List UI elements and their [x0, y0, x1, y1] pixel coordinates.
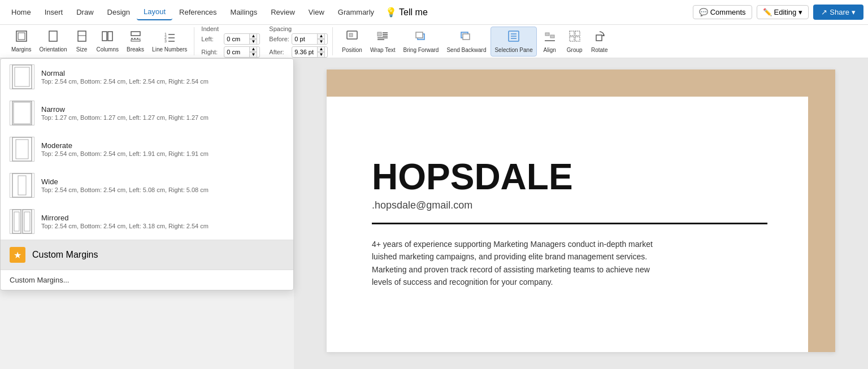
document-page: HOPSDALE .hopsdale@gmail.com 4+ years of… — [327, 70, 835, 352]
comment-icon: 💬 — [699, 8, 708, 16]
normal-margin-desc: Top: 2.54 cm, Bottom: 2.54 cm, Left: 2.5… — [41, 78, 209, 85]
after-spacing-spinners[interactable]: ▲ ▼ — [317, 46, 325, 58]
indent-section: Indent Left: 0 cm ▲ ▼ Right: — [201, 25, 260, 58]
size-button[interactable]: Size — [72, 29, 92, 54]
custom-margins-link[interactable]: Custom Margins... — [1, 270, 293, 290]
columns-icon — [101, 30, 114, 45]
bring-forward-label: Bring Forward — [403, 47, 439, 54]
tab-review[interactable]: Review — [264, 5, 302, 20]
margin-normal-item[interactable]: Normal Top: 2.54 cm, Bottom: 2.54 cm, Le… — [1, 59, 293, 95]
tab-layout[interactable]: Layout — [137, 4, 172, 20]
document-email: .hopsdale@gmail.com — [372, 199, 790, 211]
right-indent-input[interactable]: 0 cm ▲ ▼ — [224, 46, 260, 58]
main-content: Normal Top: 2.54 cm, Bottom: 2.54 cm, Le… — [0, 58, 868, 369]
spacing-section: Spacing Before: 0 pt ▲ ▼ After: — [269, 25, 328, 58]
align-button[interactable]: Align — [538, 27, 562, 56]
svg-rect-47 — [12, 173, 32, 197]
orientation-button[interactable]: Orientation — [36, 29, 71, 54]
size-label: Size — [76, 46, 87, 53]
header-right-actions: 💬 Comments ✏️ Editing ▾ ↗ Share ▾ — [693, 5, 863, 20]
after-spacing-input[interactable]: 9.36 pt ▲ ▼ — [292, 46, 328, 58]
toolbar: Margins Orientation Size Columns — [0, 25, 868, 58]
margin-moderate-item[interactable]: Moderate Top: 2.54 cm, Bottom: 2.54 cm, … — [1, 131, 293, 167]
tab-draw[interactable]: Draw — [70, 5, 100, 20]
svg-rect-41 — [12, 65, 32, 89]
before-spacing-up[interactable]: ▲ — [317, 33, 325, 39]
left-indent-spinners[interactable]: ▲ ▼ — [249, 33, 257, 45]
right-indent-up[interactable]: ▲ — [249, 46, 257, 52]
after-spacing-up[interactable]: ▲ — [317, 46, 325, 52]
after-spacing-down[interactable]: ▼ — [317, 52, 325, 58]
svg-rect-35 — [570, 31, 574, 36]
margin-mirrored-item[interactable]: Mirrored Top: 2.54 cm, Bottom: 2.54 cm, … — [1, 203, 293, 240]
right-indent-spinners[interactable]: ▲ ▼ — [249, 46, 257, 58]
left-indent-input[interactable]: 0 cm ▲ ▼ — [224, 33, 260, 45]
share-label: Share — [830, 8, 849, 16]
right-indent-down[interactable]: ▼ — [249, 52, 257, 58]
mirrored-margin-name: Mirrored — [41, 214, 209, 222]
line-numbers-button[interactable]: 123 Line Numbers — [149, 29, 190, 54]
left-indent-down[interactable]: ▼ — [249, 39, 257, 45]
wrap-text-button[interactable]: Wrap Text — [367, 27, 399, 56]
left-indent-label: Left: — [201, 36, 222, 42]
tab-home[interactable]: Home — [5, 5, 38, 20]
tab-view[interactable]: View — [302, 5, 331, 20]
narrow-margin-text: Narrow Top: 1.27 cm, Bottom: 1.27 cm, Le… — [41, 105, 209, 121]
breaks-icon — [129, 30, 142, 45]
before-spacing-input[interactable]: 0 pt ▲ ▼ — [292, 33, 328, 45]
narrow-margin-name: Narrow — [41, 105, 209, 114]
before-spacing-down[interactable]: ▼ — [317, 39, 325, 45]
svg-rect-51 — [23, 210, 32, 233]
ribbon: Home Insert Draw Design Layout Reference… — [0, 0, 868, 58]
tab-references[interactable]: References — [172, 5, 223, 20]
svg-rect-9 — [131, 40, 140, 41]
tell-me[interactable]: 💡 Tell me — [385, 7, 428, 18]
svg-rect-45 — [12, 137, 32, 161]
share-button[interactable]: ↗ Share ▾ — [813, 5, 863, 20]
selection-pane-icon — [507, 29, 520, 46]
normal-margin-text: Normal Top: 2.54 cm, Bottom: 2.54 cm, Le… — [41, 69, 209, 85]
margin-narrow-item[interactable]: Narrow Top: 1.27 cm, Bottom: 1.27 cm, Le… — [1, 95, 293, 131]
comments-button[interactable]: 💬 Comments — [693, 5, 752, 19]
lightbulb-icon: 💡 — [385, 7, 397, 18]
pencil-icon: ✏️ — [763, 8, 772, 16]
selection-pane-button[interactable]: Selection Pane — [491, 27, 536, 57]
tab-bar: Home Insert Draw Design Layout Reference… — [0, 0, 868, 25]
custom-margins-item[interactable]: ★ Custom Margins — [1, 240, 293, 270]
svg-rect-18 — [377, 32, 381, 36]
columns-button[interactable]: Columns — [93, 29, 122, 54]
group-label: Group — [567, 47, 583, 54]
position-button[interactable]: Position — [338, 27, 366, 56]
svg-rect-25 — [416, 32, 423, 38]
editing-button[interactable]: ✏️ Editing ▾ — [757, 5, 809, 19]
svg-rect-33 — [550, 35, 554, 38]
send-backward-label: Send Backward — [446, 47, 486, 54]
group-button[interactable]: Group — [563, 27, 587, 56]
svg-rect-27 — [463, 34, 470, 40]
group-icon — [568, 29, 581, 46]
send-backward-button[interactable]: Send Backward — [443, 27, 489, 56]
custom-margins-link-label: Custom Margins... — [10, 276, 69, 284]
tab-design[interactable]: Design — [101, 5, 137, 20]
svg-text:3: 3 — [164, 39, 167, 42]
left-indent-up[interactable]: ▲ — [249, 33, 257, 39]
tab-mailings[interactable]: Mailings — [224, 5, 264, 20]
document-area: HOPSDALE .hopsdale@gmail.com 4+ years of… — [294, 58, 868, 369]
margin-wide-item[interactable]: Wide Top: 2.54 cm, Bottom: 2.54 cm, Left… — [1, 167, 293, 203]
share-icon: ↗ — [821, 8, 827, 16]
svg-rect-40 — [596, 35, 602, 41]
bring-forward-button[interactable]: Bring Forward — [400, 27, 442, 56]
mirrored-margin-text: Mirrored Top: 2.54 cm, Bottom: 2.54 cm, … — [41, 214, 209, 229]
narrow-margin-desc: Top: 1.27 cm, Bottom: 1.27 cm, Left: 1.2… — [41, 114, 209, 121]
chevron-down-icon: ▾ — [798, 8, 802, 16]
tab-insert[interactable]: Insert — [38, 5, 70, 20]
doc-right-bar — [808, 70, 835, 352]
tab-grammarly[interactable]: Grammarly — [331, 5, 381, 20]
wide-margin-desc: Top: 2.54 cm, Bottom: 2.54 cm, Left: 5.0… — [41, 186, 209, 193]
breaks-button[interactable]: Breaks — [123, 29, 147, 54]
before-spacing-spinners[interactable]: ▲ ▼ — [317, 33, 325, 45]
margins-button[interactable]: Margins — [8, 29, 35, 54]
line-numbers-icon: 123 — [163, 30, 176, 45]
rotate-button[interactable]: Rotate — [588, 27, 611, 56]
narrow-margin-icon — [10, 101, 34, 125]
